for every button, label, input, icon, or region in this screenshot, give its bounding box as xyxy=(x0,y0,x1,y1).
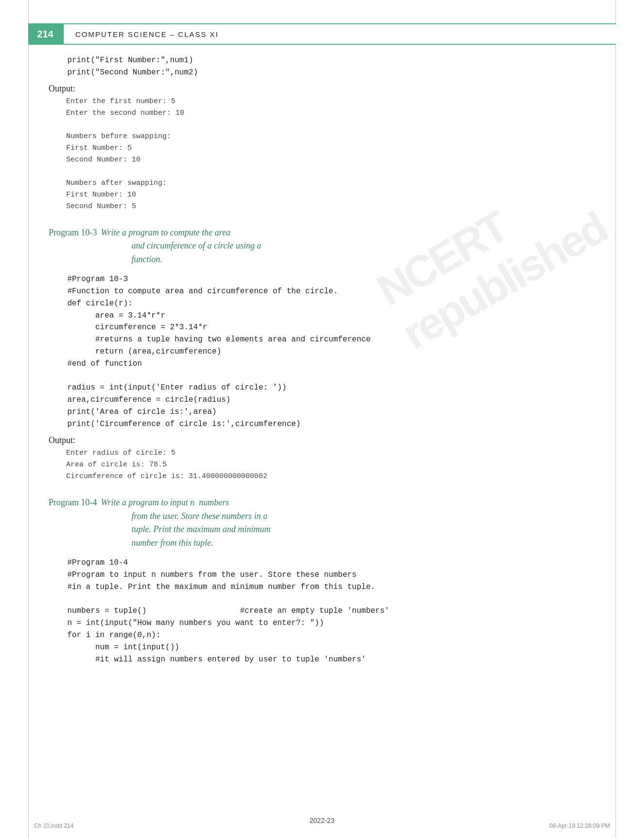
program-10-4-heading: Program 10-4 Write a program to input n … xyxy=(49,496,595,551)
program-10-3-label: Program 10-3 xyxy=(49,226,97,267)
code-block-2: #Program 10-3 #Function to compute area … xyxy=(49,273,595,430)
page-number: 214 xyxy=(28,23,62,45)
header-bar: 214 Computer Science – Class xi xyxy=(28,23,616,45)
header-title-area: Computer Science – Class xi xyxy=(64,23,616,45)
margin-line-left xyxy=(28,0,29,838)
output-1-label: Output: xyxy=(49,84,595,94)
main-content: print("First Number:",num1) print("Secon… xyxy=(49,54,595,670)
program-10-3-desc: Write a program to compute the area and … xyxy=(101,226,261,267)
output-2-text: Enter radius of circle: 5 Area of circle… xyxy=(57,447,595,482)
margin-line-right xyxy=(615,0,616,838)
program-10-3-heading: Program 10-3 Write a program to compute … xyxy=(49,226,595,267)
program-10-4-label: Program 10-4 xyxy=(49,496,97,551)
output-1-text: Enter the first number: 5 Enter the seco… xyxy=(57,96,595,213)
footer-year: 2022-23 xyxy=(0,817,644,824)
program-10-4-desc: Write a program to input n numbers from … xyxy=(101,496,270,551)
output-2-label: Output: xyxy=(49,435,595,446)
code-block-1: print("First Number:",num1) print("Secon… xyxy=(49,54,595,79)
code-block-3: #Program 10-4 #Program to input n number… xyxy=(49,557,595,665)
footer-date: 08-Apr-19 12:28:09 PM xyxy=(549,822,610,829)
header-title: Computer Science – Class xi xyxy=(75,30,219,38)
footer-file: Ch 10.indd 214 xyxy=(34,822,73,829)
page: 214 Computer Science – Class xi NCERTrep… xyxy=(0,0,644,838)
